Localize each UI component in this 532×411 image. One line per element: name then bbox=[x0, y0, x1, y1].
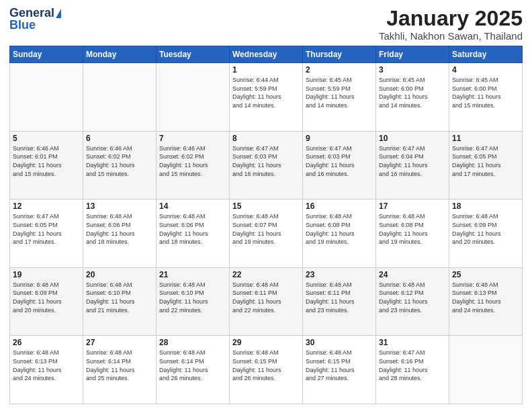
weekday-header-monday: Monday bbox=[83, 46, 157, 63]
calendar-cell: 7Sunrise: 6:46 AM Sunset: 6:02 PM Daylig… bbox=[157, 131, 230, 199]
calendar-cell: 29Sunrise: 6:48 AM Sunset: 6:15 PM Dayli… bbox=[230, 336, 303, 404]
calendar-cell: 8Sunrise: 6:47 AM Sunset: 6:03 PM Daylig… bbox=[230, 131, 303, 199]
day-number: 11 bbox=[452, 134, 519, 143]
day-info: Sunrise: 6:48 AM Sunset: 6:12 PM Dayligh… bbox=[379, 281, 446, 314]
day-number: 5 bbox=[13, 134, 80, 143]
day-info: Sunrise: 6:46 AM Sunset: 6:01 PM Dayligh… bbox=[13, 144, 80, 178]
day-info: Sunrise: 6:45 AM Sunset: 5:59 PM Dayligh… bbox=[306, 76, 373, 109]
calendar-cell: 9Sunrise: 6:47 AM Sunset: 6:03 PM Daylig… bbox=[303, 131, 376, 199]
calendar-cell: 12Sunrise: 6:47 AM Sunset: 6:05 PM Dayli… bbox=[10, 199, 83, 268]
calendar-cell: 5Sunrise: 6:46 AM Sunset: 6:01 PM Daylig… bbox=[10, 131, 83, 199]
day-info: Sunrise: 6:46 AM Sunset: 6:02 PM Dayligh… bbox=[159, 144, 226, 178]
day-number: 20 bbox=[86, 270, 153, 279]
calendar-cell: 17Sunrise: 6:48 AM Sunset: 6:08 PM Dayli… bbox=[376, 199, 449, 268]
day-info: Sunrise: 6:48 AM Sunset: 6:09 PM Dayligh… bbox=[452, 212, 519, 246]
calendar-cell: 2Sunrise: 6:45 AM Sunset: 5:59 PM Daylig… bbox=[303, 63, 376, 132]
calendar-cell: 1Sunrise: 6:44 AM Sunset: 5:59 PM Daylig… bbox=[230, 63, 303, 132]
day-info: Sunrise: 6:48 AM Sunset: 6:15 PM Dayligh… bbox=[306, 349, 373, 382]
day-info: Sunrise: 6:47 AM Sunset: 6:16 PM Dayligh… bbox=[379, 349, 446, 382]
calendar-cell: 16Sunrise: 6:48 AM Sunset: 6:08 PM Dayli… bbox=[303, 199, 376, 268]
calendar-cell: 19Sunrise: 6:48 AM Sunset: 6:09 PM Dayli… bbox=[10, 267, 83, 336]
calendar-cell bbox=[10, 63, 83, 132]
day-info: Sunrise: 6:46 AM Sunset: 6:02 PM Dayligh… bbox=[86, 144, 153, 178]
weekday-header-tuesday: Tuesday bbox=[157, 46, 230, 63]
calendar-cell: 28Sunrise: 6:48 AM Sunset: 6:14 PM Dayli… bbox=[157, 336, 230, 404]
calendar-cell: 4Sunrise: 6:45 AM Sunset: 6:00 PM Daylig… bbox=[449, 63, 523, 132]
day-number: 23 bbox=[306, 270, 373, 279]
day-number: 22 bbox=[232, 270, 300, 279]
day-number: 27 bbox=[86, 338, 153, 347]
day-info: Sunrise: 6:47 AM Sunset: 6:03 PM Dayligh… bbox=[232, 144, 300, 178]
day-info: Sunrise: 6:48 AM Sunset: 6:07 PM Dayligh… bbox=[232, 212, 300, 246]
calendar-cell: 18Sunrise: 6:48 AM Sunset: 6:09 PM Dayli… bbox=[449, 199, 523, 268]
day-number: 10 bbox=[379, 134, 446, 143]
calendar-week-2: 5Sunrise: 6:46 AM Sunset: 6:01 PM Daylig… bbox=[10, 131, 523, 199]
day-number: 25 bbox=[452, 270, 519, 279]
calendar-cell: 24Sunrise: 6:48 AM Sunset: 6:12 PM Dayli… bbox=[376, 267, 449, 336]
day-number: 8 bbox=[232, 134, 300, 143]
calendar-cell: 21Sunrise: 6:48 AM Sunset: 6:10 PM Dayli… bbox=[157, 267, 230, 336]
day-info: Sunrise: 6:48 AM Sunset: 6:11 PM Dayligh… bbox=[232, 281, 300, 314]
calendar-cell bbox=[83, 63, 157, 132]
logo-blue: Blue bbox=[9, 19, 36, 32]
day-number: 26 bbox=[13, 338, 80, 347]
day-info: Sunrise: 6:48 AM Sunset: 6:10 PM Dayligh… bbox=[159, 281, 226, 314]
day-number: 31 bbox=[379, 338, 446, 347]
day-number: 9 bbox=[306, 134, 373, 143]
day-info: Sunrise: 6:47 AM Sunset: 6:03 PM Dayligh… bbox=[306, 144, 373, 178]
day-info: Sunrise: 6:45 AM Sunset: 6:00 PM Dayligh… bbox=[452, 76, 519, 109]
day-info: Sunrise: 6:48 AM Sunset: 6:14 PM Dayligh… bbox=[86, 349, 153, 382]
weekday-header-row: SundayMondayTuesdayWednesdayThursdayFrid… bbox=[10, 46, 523, 63]
day-info: Sunrise: 6:48 AM Sunset: 6:11 PM Dayligh… bbox=[306, 281, 373, 314]
calendar-cell bbox=[449, 336, 523, 404]
calendar-cell: 26Sunrise: 6:48 AM Sunset: 6:13 PM Dayli… bbox=[10, 336, 83, 404]
calendar-cell: 13Sunrise: 6:48 AM Sunset: 6:06 PM Dayli… bbox=[83, 199, 157, 268]
calendar-cell: 15Sunrise: 6:48 AM Sunset: 6:07 PM Dayli… bbox=[230, 199, 303, 268]
day-info: Sunrise: 6:47 AM Sunset: 6:05 PM Dayligh… bbox=[13, 212, 80, 246]
day-info: Sunrise: 6:48 AM Sunset: 6:13 PM Dayligh… bbox=[452, 281, 519, 314]
day-number: 17 bbox=[379, 201, 446, 211]
calendar-cell: 14Sunrise: 6:48 AM Sunset: 6:06 PM Dayli… bbox=[157, 199, 230, 268]
day-number: 19 bbox=[13, 270, 80, 279]
day-number: 13 bbox=[86, 201, 153, 211]
calendar-cell: 23Sunrise: 6:48 AM Sunset: 6:11 PM Dayli… bbox=[303, 267, 376, 336]
day-info: Sunrise: 6:48 AM Sunset: 6:09 PM Dayligh… bbox=[13, 281, 80, 314]
day-number: 3 bbox=[379, 65, 446, 75]
calendar-cell: 3Sunrise: 6:45 AM Sunset: 6:00 PM Daylig… bbox=[376, 63, 449, 132]
calendar-cell: 20Sunrise: 6:48 AM Sunset: 6:10 PM Dayli… bbox=[83, 267, 157, 336]
weekday-header-sunday: Sunday bbox=[10, 46, 83, 63]
logo-triangle-icon bbox=[56, 9, 61, 18]
day-number: 30 bbox=[306, 338, 373, 347]
day-number: 16 bbox=[306, 201, 373, 211]
day-info: Sunrise: 6:48 AM Sunset: 6:06 PM Dayligh… bbox=[159, 212, 226, 246]
day-info: Sunrise: 6:47 AM Sunset: 6:05 PM Dayligh… bbox=[452, 144, 519, 178]
calendar-cell: 10Sunrise: 6:47 AM Sunset: 6:04 PM Dayli… bbox=[376, 131, 449, 199]
day-info: Sunrise: 6:48 AM Sunset: 6:13 PM Dayligh… bbox=[13, 349, 80, 382]
day-number: 15 bbox=[232, 201, 300, 211]
day-number: 18 bbox=[452, 201, 519, 211]
calendar-week-5: 26Sunrise: 6:48 AM Sunset: 6:13 PM Dayli… bbox=[10, 336, 523, 404]
day-number: 7 bbox=[159, 134, 226, 143]
calendar-table: SundayMondayTuesdayWednesdayThursdayFrid… bbox=[9, 46, 523, 404]
calendar-week-1: 1Sunrise: 6:44 AM Sunset: 5:59 PM Daylig… bbox=[10, 63, 523, 132]
day-number: 14 bbox=[159, 201, 226, 211]
day-number: 6 bbox=[86, 134, 153, 143]
day-number: 12 bbox=[13, 201, 80, 211]
weekday-header-thursday: Thursday bbox=[303, 46, 376, 63]
calendar-cell: 6Sunrise: 6:46 AM Sunset: 6:02 PM Daylig… bbox=[83, 131, 157, 199]
day-info: Sunrise: 6:48 AM Sunset: 6:08 PM Dayligh… bbox=[379, 212, 446, 246]
calendar-week-3: 12Sunrise: 6:47 AM Sunset: 6:05 PM Dayli… bbox=[10, 199, 523, 268]
calendar-cell: 22Sunrise: 6:48 AM Sunset: 6:11 PM Dayli… bbox=[230, 267, 303, 336]
day-info: Sunrise: 6:45 AM Sunset: 6:00 PM Dayligh… bbox=[379, 76, 446, 109]
day-info: Sunrise: 6:48 AM Sunset: 6:14 PM Dayligh… bbox=[159, 349, 226, 382]
day-info: Sunrise: 6:48 AM Sunset: 6:08 PM Dayligh… bbox=[306, 212, 373, 246]
calendar-cell bbox=[157, 63, 230, 132]
day-info: Sunrise: 6:48 AM Sunset: 6:10 PM Dayligh… bbox=[86, 281, 153, 314]
header-right: January 2025 Takhli, Nakhon Sawan, Thail… bbox=[379, 7, 523, 42]
weekday-header-saturday: Saturday bbox=[449, 46, 523, 63]
day-number: 4 bbox=[452, 65, 519, 75]
calendar-cell: 27Sunrise: 6:48 AM Sunset: 6:14 PM Dayli… bbox=[83, 336, 157, 404]
day-number: 21 bbox=[159, 270, 226, 279]
calendar-subtitle: Takhli, Nakhon Sawan, Thailand bbox=[379, 30, 523, 42]
day-info: Sunrise: 6:47 AM Sunset: 6:04 PM Dayligh… bbox=[379, 144, 446, 178]
